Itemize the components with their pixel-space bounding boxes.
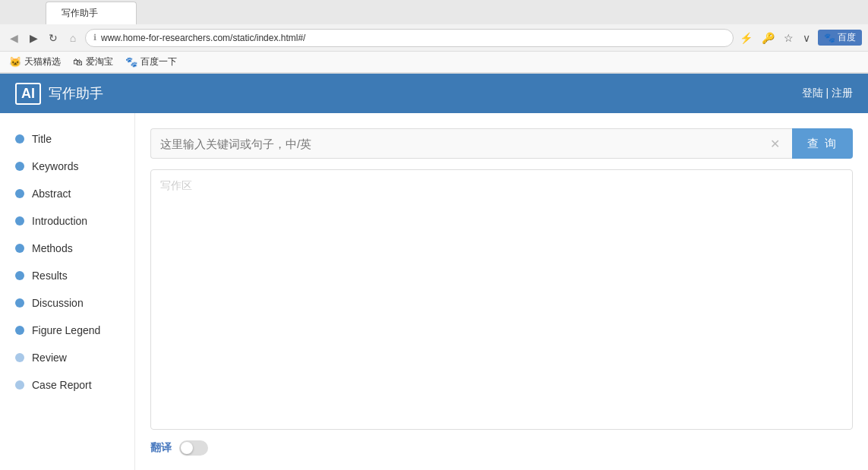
keywords-dot <box>15 162 24 171</box>
login-link[interactable]: 登陆 <box>802 87 823 99</box>
writing-area[interactable]: 写作区 <box>150 169 853 430</box>
bookmark-baidu[interactable]: 🐾 百度一下 <box>125 55 177 68</box>
search-row: ✕ 查 询 <box>150 128 853 159</box>
discussion-dot <box>15 298 24 308</box>
address-bar[interactable]: ℹ www.home-for-researchers.com/static/in… <box>85 29 734 47</box>
sidebar-item-introduction[interactable]: Introduction <box>0 207 134 235</box>
sidebar-label-keywords: Keywords <box>32 160 78 172</box>
baidu-label: 百度 <box>838 31 856 44</box>
search-input[interactable] <box>160 137 767 150</box>
search-input-wrapper: ✕ <box>150 128 792 159</box>
ai-logo: AI <box>15 83 41 105</box>
chevron-down-icon[interactable]: ∨ <box>801 30 812 46</box>
methods-dot <box>15 244 24 253</box>
writing-area-placeholder: 写作区 <box>160 179 192 191</box>
sidebar-item-keywords[interactable]: Keywords <box>0 153 134 180</box>
toggle-knob <box>181 442 193 454</box>
app-logo: AI 写作助手 <box>15 83 103 105</box>
search-button[interactable]: 查 询 <box>792 128 853 159</box>
sidebar-label-figure-legend: Figure Legend <box>32 324 100 336</box>
sidebar-label-case-report: Case Report <box>32 379 92 391</box>
lock-icon: ℹ <box>93 33 96 43</box>
sidebar-item-methods[interactable]: Methods <box>0 235 134 262</box>
main-layout: Title Keywords Abstract Introduction Met… <box>0 113 868 470</box>
auth-separator: | <box>825 87 832 99</box>
app-title: 写作助手 <box>49 84 103 103</box>
case-report-dot <box>15 380 24 390</box>
sidebar-label-methods: Methods <box>32 242 73 254</box>
browser-tabs: 写作助手 <box>0 0 868 24</box>
browser-toolbar: ◀ ▶ ↻ ⌂ ℹ www.home-for-researchers.com/s… <box>0 24 868 52</box>
introduction-dot <box>15 216 24 226</box>
sidebar-item-review[interactable]: Review <box>0 344 134 371</box>
bookmarks-bar: 🐱 天猫精选 🛍 爱淘宝 🐾 百度一下 <box>0 52 868 73</box>
clear-button[interactable]: ✕ <box>767 137 783 151</box>
url-text: www.home-for-researchers.com/static/inde… <box>101 33 305 43</box>
lightning-icon[interactable]: ⚡ <box>738 30 754 46</box>
sidebar-label-review: Review <box>32 352 67 364</box>
sidebar-item-results[interactable]: Results <box>0 262 134 289</box>
bookmark-tianmao[interactable]: 🐱 天猫精选 <box>9 55 61 68</box>
translate-label: 翻译 <box>150 441 172 455</box>
sidebar-item-figure-legend[interactable]: Figure Legend <box>0 317 134 344</box>
auth-links: 登陆 | 注册 <box>802 87 853 100</box>
sidebar: Title Keywords Abstract Introduction Met… <box>0 113 135 470</box>
abstract-dot <box>15 189 24 198</box>
baidu-bookmark-label: 百度一下 <box>140 55 177 68</box>
browser-tab[interactable]: 写作助手 <box>46 2 137 24</box>
bookmark-taobao[interactable]: 🛍 爱淘宝 <box>73 55 113 68</box>
translate-toggle[interactable] <box>179 440 208 456</box>
baidu-icon: 🐾 <box>824 33 835 43</box>
nav-back-button[interactable]: ◀ <box>6 30 21 46</box>
sidebar-label-discussion: Discussion <box>32 297 84 309</box>
app-header: AI 写作助手 登陆 | 注册 <box>0 74 868 113</box>
sidebar-label-introduction: Introduction <box>32 215 87 227</box>
sidebar-item-title[interactable]: Title <box>0 125 134 153</box>
sidebar-item-discussion[interactable]: Discussion <box>0 289 134 317</box>
tianmao-label: 天猫精选 <box>24 55 61 68</box>
results-dot <box>15 271 24 280</box>
baidu-bookmark-icon: 🐾 <box>125 56 137 68</box>
sidebar-item-case-report[interactable]: Case Report <box>0 371 134 399</box>
toolbar-icons: ⚡ 🔑 ☆ ∨ 🐾 百度 <box>738 30 862 46</box>
title-dot <box>15 134 24 144</box>
sidebar-item-abstract[interactable]: Abstract <box>0 180 134 207</box>
content-area: ✕ 查 询 写作区 翻译 <box>135 113 868 470</box>
taobao-label: 爱淘宝 <box>86 55 113 68</box>
taobao-icon: 🛍 <box>73 56 83 68</box>
sidebar-label-title: Title <box>32 133 52 145</box>
baidu-button[interactable]: 🐾 百度 <box>818 30 862 46</box>
nav-forward-button[interactable]: ▶ <box>26 30 41 46</box>
browser-chrome: 写作助手 ◀ ▶ ↻ ⌂ ℹ www.home-for-researchers.… <box>0 0 868 74</box>
translate-row: 翻译 <box>150 440 853 456</box>
nav-refresh-button[interactable]: ↻ <box>46 30 61 46</box>
sidebar-label-abstract: Abstract <box>32 188 71 200</box>
key-icon[interactable]: 🔑 <box>760 30 776 46</box>
review-dot <box>15 353 24 362</box>
register-link[interactable]: 注册 <box>832 87 853 99</box>
sidebar-label-results: Results <box>32 270 68 282</box>
figure-legend-dot <box>15 326 24 335</box>
star-icon[interactable]: ☆ <box>782 30 795 46</box>
nav-home-button[interactable]: ⌂ <box>65 30 80 46</box>
tianmao-icon: 🐱 <box>9 56 21 68</box>
